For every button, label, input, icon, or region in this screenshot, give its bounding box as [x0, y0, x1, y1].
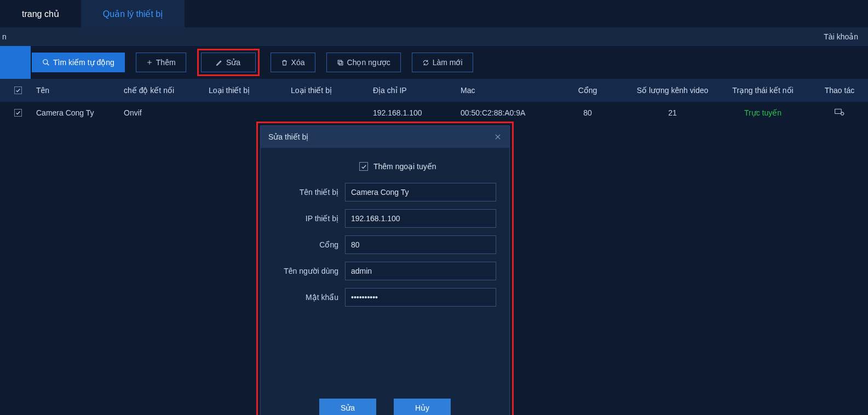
col-dev-type1: Loại thiết bị	[205, 86, 288, 95]
input-device-name[interactable]	[345, 183, 496, 201]
form-row-port: Cổng	[274, 235, 496, 254]
refresh-label: Làm mới	[433, 58, 463, 67]
modal-footer: Sửa Hủy	[261, 385, 509, 415]
plus-icon	[146, 59, 153, 66]
svg-point-0	[43, 60, 48, 64]
sub-bar: n Tài khoản	[0, 27, 868, 46]
form-row-ip: IP thiết bị	[274, 209, 496, 228]
tab-device-management[interactable]: Quản lý thiết bị	[81, 0, 185, 27]
col-name: Tên	[33, 86, 120, 95]
pencil-icon	[216, 59, 223, 66]
offline-checkbox[interactable]	[359, 162, 368, 171]
input-username[interactable]	[345, 262, 496, 280]
search-icon	[42, 59, 50, 66]
cell-port: 80	[545, 108, 627, 117]
cell-name: Camera Cong Ty	[33, 108, 120, 117]
form-row-name: Tên thiết bị	[274, 183, 496, 201]
modal-close-button[interactable]	[494, 133, 502, 141]
refresh-icon	[422, 59, 429, 66]
svg-rect-5	[339, 61, 343, 65]
cell-conn-mode: Onvif	[120, 108, 205, 117]
auto-search-button[interactable]: Tìm kiếm tự động	[32, 53, 125, 72]
delete-label: Xóa	[291, 58, 305, 67]
edit-button-highlight: Sửa	[197, 49, 260, 76]
input-password[interactable]	[345, 288, 496, 307]
col-ip: Địa chỉ IP	[370, 86, 457, 95]
modal-ok-button[interactable]: Sửa	[319, 399, 376, 415]
label-username: Tên người dùng	[274, 267, 345, 275]
col-mac: Mac	[457, 86, 545, 95]
offline-checkbox-label: Thêm ngoại tuyến	[373, 162, 436, 171]
auto-search-label: Tìm kiếm tự động	[53, 58, 114, 67]
header-checkbox-cell	[0, 87, 33, 94]
col-status: Trạng thái kết nối	[715, 86, 808, 95]
toolbar: Tìm kiếm tự động Thêm Sửa Xóa Chọn ngược…	[0, 46, 868, 79]
edit-device-modal: Sửa thiết bị Thêm ngoại tuyến Tên thiết …	[260, 125, 510, 415]
account-link[interactable]: Tài khoản	[824, 32, 858, 41]
table-row[interactable]: Camera Cong Ty Onvif 192.168.1.100 00:50…	[0, 102, 868, 124]
label-password: Mật khẩu	[274, 293, 345, 302]
svg-line-1	[47, 64, 49, 66]
sidebar-active-strip	[0, 46, 31, 79]
add-label: Thêm	[156, 58, 176, 67]
edit-label: Sửa	[226, 58, 240, 67]
invert-icon	[337, 59, 344, 66]
cell-status: Trực tuyến	[715, 108, 808, 117]
svg-rect-4	[338, 60, 342, 64]
input-port[interactable]	[345, 235, 496, 254]
cell-mac: 00:50:C2:88:A0:9A	[457, 108, 545, 117]
input-device-ip[interactable]	[345, 209, 496, 228]
col-dev-type2: Loại thiết bị	[288, 86, 370, 95]
offline-checkbox-row: Thêm ngoại tuyến	[359, 162, 496, 171]
cell-ip: 192.168.1.100	[370, 108, 457, 117]
label-device-name: Tên thiết bị	[274, 188, 345, 197]
table-header: Tên chế độ kết nối Loại thiết bị Loại th…	[0, 79, 868, 102]
row-checkbox[interactable]	[14, 109, 22, 117]
add-button[interactable]: Thêm	[136, 53, 186, 72]
tab-home[interactable]: trang chủ	[0, 0, 81, 27]
cell-action	[808, 108, 868, 118]
cell-channels: 21	[627, 108, 715, 117]
modal-body: Thêm ngoại tuyến Tên thiết bị IP thiết b…	[261, 148, 509, 385]
modal-title: Sửa thiết bị	[268, 132, 308, 141]
invert-selection-button[interactable]: Chọn ngược	[326, 53, 401, 72]
subbar-left: n	[2, 32, 7, 41]
label-port: Cổng	[274, 240, 345, 249]
svg-rect-6	[835, 109, 842, 113]
col-channels: Số lượng kênh video	[627, 86, 715, 95]
delete-button[interactable]: Xóa	[271, 53, 315, 72]
select-all-checkbox[interactable]	[14, 87, 22, 94]
invert-label: Chọn ngược	[347, 58, 390, 67]
edit-device-modal-highlight: Sửa thiết bị Thêm ngoại tuyến Tên thiết …	[256, 122, 514, 415]
col-port: Cổng	[545, 86, 627, 95]
trash-icon	[281, 59, 288, 66]
modal-header: Sửa thiết bị	[261, 126, 509, 148]
refresh-button[interactable]: Làm mới	[412, 53, 473, 72]
form-row-user: Tên người dùng	[274, 262, 496, 280]
label-device-ip: IP thiết bị	[274, 214, 345, 223]
col-conn-mode: chế độ kết nối	[120, 86, 205, 95]
close-icon	[494, 133, 502, 141]
modal-cancel-button[interactable]: Hủy	[394, 399, 451, 415]
row-settings-icon[interactable]	[835, 108, 844, 116]
col-action: Thao tác	[808, 86, 868, 95]
top-tabs: trang chủ Quản lý thiết bị	[0, 0, 868, 27]
row-checkbox-cell	[0, 109, 33, 117]
form-row-pass: Mật khẩu	[274, 288, 496, 307]
edit-button[interactable]: Sửa	[201, 53, 256, 72]
